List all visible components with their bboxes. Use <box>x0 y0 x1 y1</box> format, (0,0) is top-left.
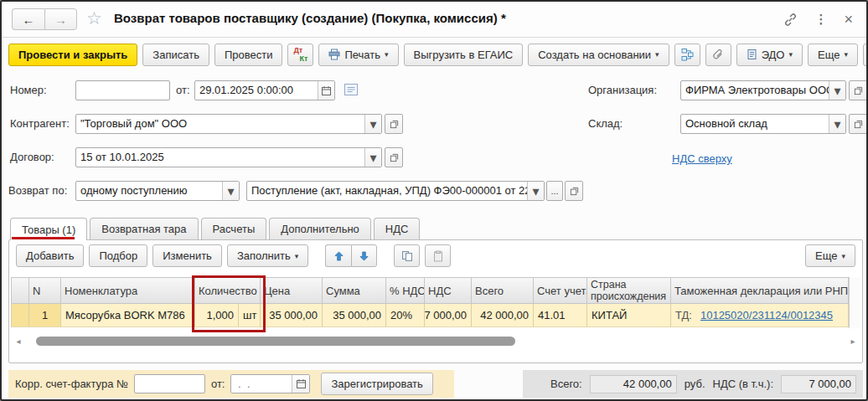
row-unit-cell[interactable]: шт <box>239 304 261 327</box>
scrollbar-track[interactable] <box>24 336 847 347</box>
upload-egais-button[interactable]: Выгрузить в ЕГАИС <box>404 44 524 66</box>
attachments-button[interactable] <box>705 44 731 66</box>
ellipsis-icon: ... <box>550 188 558 194</box>
print-button[interactable]: Печать ▾ <box>318 44 398 66</box>
row-marker-cell[interactable] <box>11 304 29 327</box>
table-toolbar: Добавить Подбор Изменить Заполнить ▾ <box>16 244 855 267</box>
more-menu-button[interactable]: ⋮ <box>814 12 827 27</box>
document-structure-button[interactable] <box>674 44 700 66</box>
scroll-left-icon[interactable]: ◂ <box>13 336 24 347</box>
vertical-scrollbar[interactable] <box>849 277 860 328</box>
more-button[interactable]: Еще ▾ <box>808 44 858 66</box>
create-based-on-button[interactable]: Создать на основании ▾ <box>528 44 669 66</box>
close-button[interactable]: × <box>844 11 853 28</box>
vat-mode-link[interactable]: НДС сверху <box>672 152 732 165</box>
invoice-date-input[interactable] <box>231 375 292 393</box>
tab-returnable-packaging[interactable]: Возвратная тара <box>90 218 198 239</box>
invoice-date-field[interactable] <box>230 374 310 393</box>
warehouse-field[interactable]: Основной склад ▾ <box>680 114 846 134</box>
row-quantity-cell[interactable]: 1,000 <box>195 304 239 327</box>
vat-total-label: НДС (в т.ч.): <box>713 378 774 390</box>
row-account-cell[interactable]: 41.01 <box>534 304 587 327</box>
chevron-down-icon[interactable]: ▾ <box>829 115 845 133</box>
post-button[interactable]: Провести <box>214 44 283 66</box>
choose-receipt-button[interactable]: ... <box>546 181 563 201</box>
invoice-panel: Корр. счет-фактура № от: Зарегистрироват… <box>8 370 454 398</box>
favorite-star-icon[interactable]: ☆ <box>86 8 102 28</box>
dropdown-icon: ▾ <box>788 50 793 59</box>
history-list-button[interactable] <box>344 83 359 100</box>
header-country: Страна происхождения <box>587 277 671 304</box>
edo-button[interactable]: ЭДО ▾ <box>736 44 803 66</box>
tab-vat[interactable]: НДС <box>374 218 421 239</box>
chevron-down-icon[interactable]: ▾ <box>829 81 845 100</box>
edit-button[interactable]: Изменить <box>152 244 222 267</box>
forward-icon: → <box>54 13 67 27</box>
header-price: Цена <box>261 277 323 304</box>
get-link-button[interactable] <box>783 13 798 27</box>
write-button[interactable]: Записать <box>142 44 209 66</box>
goods-table-panel: Добавить Подбор Изменить Заполнить ▾ <box>8 239 863 363</box>
header-quantity: Количество <box>195 277 261 304</box>
header-nomenclature: Номенклатура <box>61 277 195 304</box>
row-nomenclature-cell[interactable]: Мясорубка BORK M786 <box>61 304 195 327</box>
back-button[interactable]: ← <box>12 8 44 30</box>
total-value: 42 000,00 <box>590 375 677 393</box>
open-counterparty-button[interactable] <box>385 114 403 134</box>
structure-icon <box>680 48 695 61</box>
paste-rows-button[interactable] <box>425 244 451 267</box>
row-country-cell[interactable]: КИТАЙ <box>587 304 671 327</box>
table-more-button[interactable]: Еще ▾ <box>805 244 855 267</box>
calendar-picker-button[interactable] <box>318 81 334 100</box>
tab-settlements[interactable]: Расчеты <box>201 218 267 239</box>
chevron-down-icon[interactable]: ▾ <box>364 148 381 167</box>
chevron-down-icon[interactable]: ▾ <box>527 182 544 200</box>
number-input[interactable] <box>75 80 170 100</box>
date-field[interactable]: 29.01.2025 0:00:00 <box>194 80 335 100</box>
annotation-tab-underline <box>12 237 75 239</box>
row-declaration-cell[interactable]: ТД: 10125020/231124/0012345 <box>671 304 849 327</box>
open-warehouse-button[interactable] <box>849 114 867 134</box>
contract-field[interactable]: 15 от 10.01.2025 ▾ <box>75 147 382 167</box>
number-label: Номер: <box>10 84 47 96</box>
dtkt-postings-button[interactable]: ДтКт <box>287 44 313 66</box>
horizontal-scrollbar: ◂ ▸ <box>13 336 859 347</box>
open-organization-button[interactable] <box>849 80 867 100</box>
header-vat-rate: % НДС <box>386 277 425 304</box>
warehouse-label: Склад: <box>588 117 623 130</box>
return-by-select[interactable]: одному поступлению ▾ <box>75 181 240 201</box>
declaration-link[interactable]: 10125020/231124/0012345 <box>700 309 833 321</box>
move-row-down-button[interactable] <box>351 244 377 267</box>
add-row-button[interactable]: Добавить <box>16 244 84 267</box>
counterparty-field[interactable]: "Торговый дом" ООО ▾ <box>75 114 382 134</box>
calendar-picker-button[interactable] <box>292 375 309 393</box>
register-invoice-button[interactable]: Зарегистрировать <box>321 373 432 395</box>
scroll-right-icon[interactable]: ▸ <box>847 336 859 347</box>
counterparty-label: Контрагент: <box>10 117 70 130</box>
row-price-cell[interactable]: 35 000,00 <box>261 304 323 327</box>
invoice-number-input[interactable] <box>134 374 205 393</box>
open-receipt-button[interactable] <box>565 181 583 201</box>
paste-icon <box>432 250 444 262</box>
row-sum-cell[interactable]: 35 000,00 <box>323 304 386 327</box>
post-and-close-button[interactable]: Провести и закрыть <box>8 44 137 66</box>
copy-rows-button[interactable] <box>394 244 420 267</box>
scrollbar-thumb[interactable] <box>36 337 515 346</box>
fill-button[interactable]: Заполнить ▾ <box>227 244 308 267</box>
row-vat-cell[interactable]: 7 000,00 <box>425 304 472 327</box>
move-row-up-button[interactable] <box>325 244 351 267</box>
receipt-document-field[interactable]: Поступление (акт, накладная, УПД) ФЭ00-0… <box>246 181 545 201</box>
open-contract-button[interactable] <box>385 147 403 167</box>
chevron-down-icon[interactable]: ▾ <box>222 182 239 200</box>
row-vat-rate-cell[interactable]: 20% <box>386 304 425 327</box>
command-bar: Провести и закрыть Записать Провести ДтК… <box>8 42 863 67</box>
row-total-cell[interactable]: 42 000,00 <box>472 304 534 327</box>
calendar-icon <box>321 85 332 96</box>
forward-button[interactable]: → <box>44 8 77 30</box>
tab-additional[interactable]: Дополнительно <box>269 218 371 239</box>
row-n-cell[interactable]: 1 <box>29 304 61 327</box>
help-button[interactable]: ? <box>863 44 868 66</box>
pick-button[interactable]: Подбор <box>89 244 147 267</box>
chevron-down-icon[interactable]: ▾ <box>364 115 381 133</box>
organization-field[interactable]: ФИРМА Электротовары ООО ▾ <box>680 80 846 100</box>
